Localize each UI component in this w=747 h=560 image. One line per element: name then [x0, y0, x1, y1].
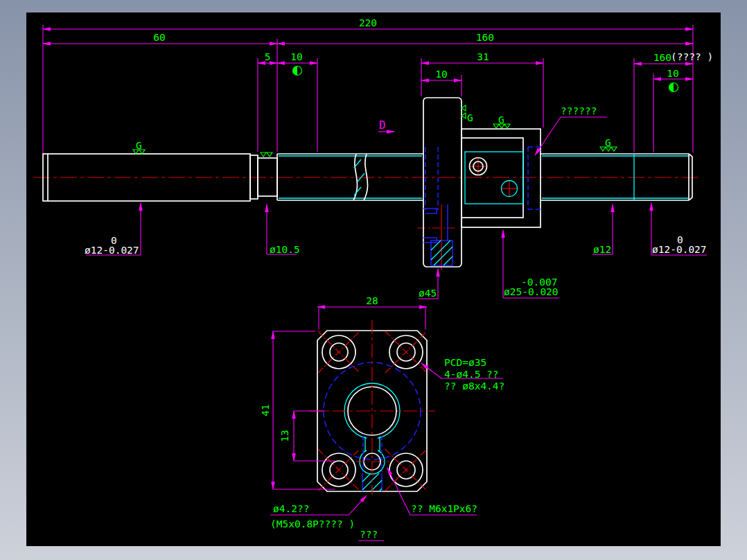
section-label: ??? — [360, 529, 378, 540]
dim-left-journal: 60 — [153, 32, 165, 43]
finish-letter: G — [467, 112, 473, 123]
dim-front-height: 41 — [260, 404, 271, 416]
dim-groove: 5 — [265, 51, 271, 62]
tap-dia-label: ø4.2?? — [273, 503, 309, 514]
view-direction-arrow: D — [378, 119, 394, 132]
side-view-labels: 220 60 160 5 10 31 10 160 (???? ) 10 ???… — [85, 17, 713, 299]
side-tap-label: ?? M6x1Px6? — [411, 503, 477, 514]
viewer-frame: G G G G D 220 60 160 5 10 31 — [0, 0, 747, 560]
right-end-dia-label: ø12-0.027 — [652, 244, 707, 255]
dim-flange-width: 10 — [435, 69, 447, 80]
pcd-label: PCD=ø35 — [444, 357, 486, 368]
dim-nut-width: 31 — [477, 51, 489, 62]
nut-od-label: ø25-0.020 — [504, 286, 559, 297]
dim-end-land: 10 — [667, 68, 678, 79]
flange-od-label: ø45 — [419, 288, 437, 299]
leader-lines — [86, 117, 707, 299]
dimension-lines — [43, 25, 693, 153]
left-dia-label: ø12-0.027 — [85, 245, 139, 256]
half-circle-icon — [293, 67, 298, 76]
dim-left-land: 10 — [290, 51, 302, 62]
neck-dia-label: ø10.5 — [270, 244, 300, 255]
flange-front-view — [309, 320, 435, 495]
counterbore-label: ?? ø8x4.4? — [444, 380, 504, 392]
cad-drawing: G G G G D 220 60 160 5 10 31 — [0, 0, 747, 560]
dim-front-width: 28 — [366, 295, 378, 306]
view-direction-label: D — [379, 119, 386, 132]
right-dia-label: ø12 — [593, 244, 611, 255]
bolt-holes-label: 4-ø4.5 ?? — [444, 369, 499, 380]
nut-note: ?????? — [561, 105, 597, 116]
dim-right-section: 160 — [476, 32, 494, 43]
half-circle-icon — [669, 83, 674, 92]
thread-note: (???? ) — [671, 51, 713, 62]
dim-thread-length: 160 — [653, 52, 671, 63]
dim-hole-offset: 13 — [279, 430, 290, 441]
front-view-labels: 28 41 13 PCD=ø35 4-ø4.5 ?? ?? ø8x4.4? ø4… — [260, 295, 504, 540]
tap-spec-label: (M5x0.8P???? ) — [270, 518, 355, 530]
dim-overall: 220 — [359, 17, 377, 28]
